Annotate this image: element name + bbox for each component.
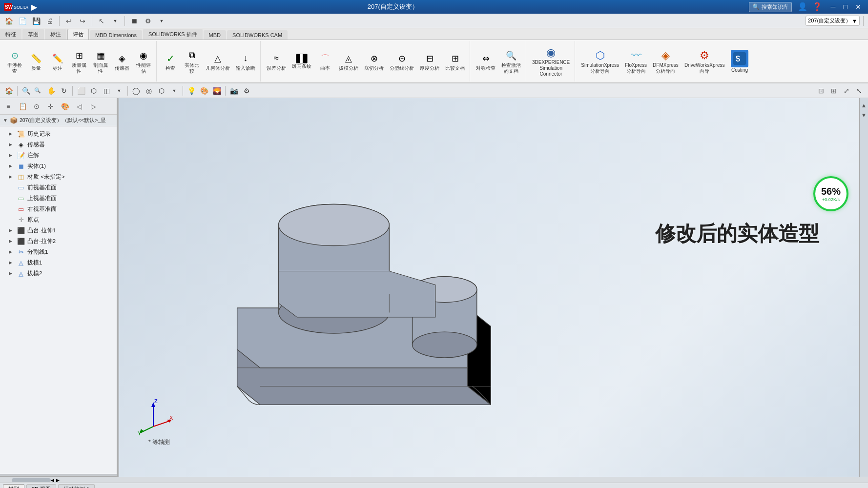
print-btn[interactable]: 🖨 — [44, 15, 56, 27]
view-settings-btn[interactable]: ⚙ — [241, 85, 252, 97]
measure-btn[interactable]: 📏 质量 — [26, 51, 46, 72]
feature-tree[interactable]: ▶ 📜 历史记录 ▶ ◈ 传感器 ▶ 📝 注解 ▶ ◼ 实体(1) ▶ — [0, 126, 117, 474]
tree-item-front-plane[interactable]: ▭ 前视基准面 — [7, 182, 117, 193]
tree-item-sensor[interactable]: ▶ ◈ 传感器 — [7, 139, 117, 150]
perf-eval-btn[interactable]: ◉ 性能评估 — [134, 48, 153, 75]
tree-item-history[interactable]: ▶ 📜 历史记录 — [7, 128, 117, 139]
panel-next-btn[interactable]: ▷ — [87, 100, 100, 113]
3dexp-btn[interactable]: ◉ 3DEXPERIENCESimulationConnector — [530, 45, 572, 78]
full-screen-btn[interactable]: ⤡ — [853, 85, 865, 97]
driveworks-btn[interactable]: ⚙ DriveWorksXpress向导 — [682, 48, 727, 75]
costing-btn[interactable]: $ Costing — [728, 49, 750, 74]
search-box[interactable]: 🔍 搜索知识库 — [749, 2, 792, 12]
single-view-btn[interactable]: ⊡ — [815, 85, 827, 97]
tab-evaluate[interactable]: 评估 — [67, 29, 89, 40]
3d-viewport[interactable]: 修改后的实体造型 56% +0.02K/s Z X Y — [119, 98, 868, 477]
scene-btn[interactable]: 🌄 — [211, 85, 223, 97]
tab-mbd-dims[interactable]: MBD Dimensions — [90, 30, 142, 40]
options-dropdown[interactable]: ▼ — [156, 15, 167, 27]
appearance-btn[interactable]: 🎨 — [198, 85, 210, 97]
tree-item-origin[interactable]: ✛ 原点 — [7, 214, 117, 225]
tree-item-right-plane[interactable]: ▭ 右视基准面 — [7, 203, 117, 214]
section-view-btn[interactable]: ◫ — [101, 85, 112, 97]
options-btn[interactable]: ⚙ — [142, 15, 154, 27]
cursor-btn[interactable]: ↖ — [96, 15, 107, 27]
tree-item-solid[interactable]: ▶ ◼ 实体(1) — [7, 161, 117, 171]
tree-item-notes[interactable]: ▶ 📝 注解 — [7, 150, 117, 161]
view-dropdown[interactable]: ▼ — [113, 85, 125, 97]
tree-item-boss2[interactable]: ▶ ⬛ 凸台-拉伸2 — [7, 236, 117, 246]
tab-motion-study[interactable]: 运动算例 1 — [58, 484, 95, 488]
panel-color-btn[interactable]: 🎨 — [59, 100, 71, 113]
mini-tool-1[interactable]: ▲ — [860, 100, 868, 111]
scroll-nav-right[interactable]: ▶ — [56, 478, 60, 483]
zoom-out-btn[interactable]: 🔍- — [33, 85, 44, 97]
simxpress-btn[interactable]: ⬡ SimulationXpress分析导向 — [579, 48, 621, 75]
scroll-nav-left[interactable]: ◀ — [51, 478, 54, 483]
new-file-btn[interactable]: 📄 — [17, 15, 28, 27]
undercut-btn[interactable]: ⊗ 底切分析 — [362, 51, 386, 72]
save-btn[interactable]: 💾▼ — [30, 15, 42, 27]
minimize-btn[interactable]: ─ — [828, 2, 839, 12]
tab-markup[interactable]: 标注 — [45, 29, 66, 40]
section-props-btn[interactable]: ▦ 剖面属性 — [91, 48, 110, 75]
mini-tool-2[interactable]: ▼ — [861, 112, 867, 119]
solid-compare-btn[interactable]: ⧉ 实体比较 — [182, 48, 202, 75]
scroll-thumb[interactable] — [12, 478, 51, 482]
edge-btn[interactable]: ⬡ — [156, 85, 167, 97]
tree-item-material[interactable]: ▶ ◫ 材质 <未指定> — [7, 171, 117, 182]
cursor-dropdown-btn[interactable]: ▼ — [109, 15, 121, 27]
deviation-btn[interactable]: ≈ 误差分析 — [265, 51, 288, 72]
tab-mbd[interactable]: MBD — [204, 30, 226, 40]
nav-arrow[interactable]: ▶ — [31, 2, 37, 12]
undo-btn[interactable]: ↩ — [63, 15, 75, 27]
maximize-btn[interactable]: □ — [841, 2, 850, 12]
box-view-btn[interactable]: ⬡ — [88, 85, 100, 97]
redo-btn[interactable]: ↪ — [77, 15, 88, 27]
dfmxpress-btn[interactable]: ◈ DFMXpress分析导向 — [651, 48, 681, 75]
panel-display-btn[interactable]: ⊙ — [30, 100, 43, 113]
stop-btn[interactable]: ⏹ — [128, 15, 140, 27]
flopress-btn[interactable]: 〰 FloXpress分析导向 — [623, 48, 649, 75]
tab-sw-cam[interactable]: SOLIDWORKS CAM — [227, 30, 288, 40]
tree-item-split1[interactable]: ▶ ✂ 分割线1 — [7, 246, 117, 257]
view-home-btn[interactable]: 🏠 — [3, 85, 15, 97]
panel-splitter[interactable] — [0, 474, 117, 477]
dual-view-btn[interactable]: ⊞ — [828, 85, 840, 97]
tab-3d-view[interactable]: 3D 视图 — [26, 484, 56, 488]
check-btn[interactable]: ✓ 检查 — [161, 51, 180, 72]
zoom-in-btn[interactable]: 🔍 — [20, 85, 32, 97]
pan-btn[interactable]: ✋ — [45, 85, 57, 97]
compare-doc-btn[interactable]: ⊞ 比较文档 — [443, 51, 467, 72]
geom-analysis-btn[interactable]: △ 几何体分析 — [204, 51, 232, 72]
shading-btn[interactable]: ◯ — [130, 85, 142, 97]
design-check-btn[interactable]: ⊙ 干涉检查 — [5, 48, 24, 75]
tab-model[interactable]: 模型 — [3, 484, 24, 488]
front-view-btn[interactable]: ⬜ — [75, 85, 87, 97]
draft-analysis-btn[interactable]: ◬ 拔模分析 — [337, 51, 360, 72]
parting-line-btn[interactable]: ⊝ 分型线分析 — [388, 51, 416, 72]
lights-btn[interactable]: 💡 — [186, 85, 197, 97]
mass-props-btn[interactable]: ⊞ 质量属性 — [69, 48, 89, 75]
panel-tree-btn[interactable]: 📋 — [16, 100, 29, 113]
user-icon[interactable]: 👤 — [798, 2, 807, 12]
expand-btn[interactable]: ⤢ — [841, 85, 852, 97]
panel-prev-btn[interactable]: ◁ — [73, 100, 85, 113]
thickness-btn[interactable]: ⊟ 厚度分析 — [418, 51, 441, 72]
curvature-btn[interactable]: ⌒ 曲率 — [315, 51, 335, 72]
camera-btn[interactable]: 📷 — [228, 85, 240, 97]
markup-btn[interactable]: ✏️ 标注 — [48, 51, 67, 72]
help-icon[interactable]: ❓ — [812, 2, 822, 12]
tab-features[interactable]: 特征 — [0, 29, 21, 40]
tree-item-draft1[interactable]: ▶ ◬ 拔模1 — [7, 257, 117, 268]
check-activate-btn[interactable]: 🔍 检查激活的文档 — [499, 48, 523, 75]
zebra-btn[interactable]: 斑马条纹 — [290, 53, 313, 70]
symmetry-btn[interactable]: ⇔ 对称检查 — [474, 51, 497, 72]
wireframe-btn[interactable]: ◎ — [143, 85, 155, 97]
display-dropdown[interactable]: ▼ — [168, 85, 180, 97]
sensors-btn[interactable]: ◈ 传感器 — [112, 51, 132, 72]
panel-list-btn[interactable]: ≡ — [2, 100, 15, 113]
scrollbar-horizontal[interactable]: ◀ ▶ — [0, 477, 868, 483]
rotate-btn[interactable]: ↻ — [58, 85, 70, 97]
tab-sketch[interactable]: 草图 — [22, 29, 44, 40]
